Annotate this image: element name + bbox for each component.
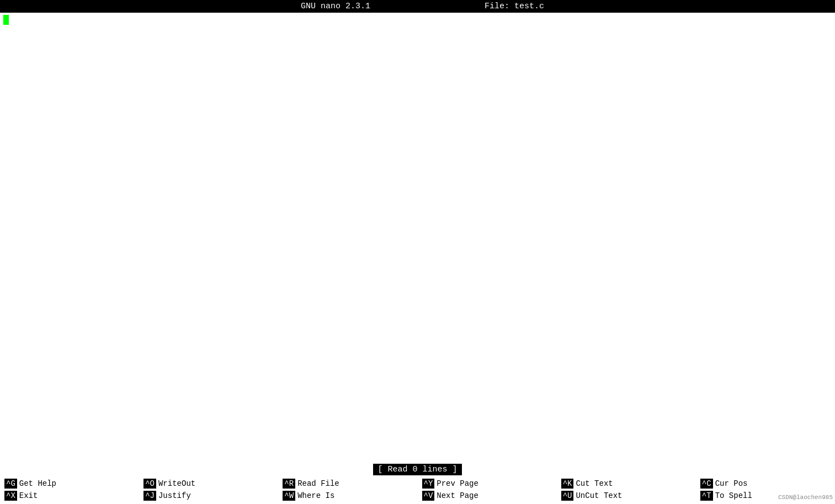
- shortcut-justify[interactable]: ^J Justify: [139, 490, 278, 502]
- shortcut-uncut-text[interactable]: ^U UnCut Text: [557, 490, 696, 502]
- status-message: [ Read 0 lines ]: [373, 464, 461, 475]
- shortcut-cut-text[interactable]: ^K Cut Text: [557, 478, 696, 490]
- shortcut-key-w: ^W: [283, 491, 295, 501]
- shortcut-prev-page[interactable]: ^Y Prev Page: [418, 478, 557, 490]
- shortcut-label-exit: Exit: [19, 491, 38, 500]
- shortcut-key-c: ^C: [700, 479, 713, 489]
- shortcut-key-x: ^X: [4, 491, 17, 501]
- shortcut-read-file[interactable]: ^R Read File: [278, 478, 417, 490]
- shortcut-cur-pos[interactable]: ^C Cur Pos: [696, 478, 835, 490]
- shortcut-exit[interactable]: ^X Exit: [0, 490, 139, 502]
- shortcut-label-cut-text: Cut Text: [576, 479, 613, 488]
- status-bar: [ Read 0 lines ]: [0, 463, 835, 476]
- shortcut-where-is[interactable]: ^W Where Is: [278, 490, 417, 502]
- shortcut-label-next-page: Next Page: [437, 491, 478, 500]
- shortcut-key-t: ^T: [700, 491, 713, 501]
- shortcut-label-uncut-text: UnCut Text: [576, 491, 622, 500]
- shortcut-label-justify: Justify: [158, 491, 191, 500]
- shortcut-to-spell[interactable]: ^T To Spell CSDN@laochen985: [696, 490, 835, 502]
- shortcut-next-page[interactable]: ^V Next Page: [418, 490, 557, 502]
- shortcut-label-read-file: Read File: [297, 479, 339, 488]
- shortcut-key-r: ^R: [283, 479, 295, 489]
- shortcut-label-where-is: Where Is: [297, 491, 334, 500]
- shortcut-key-k: ^K: [561, 479, 574, 489]
- shortcut-key-g: ^G: [4, 479, 17, 489]
- shortcut-key-v: ^V: [422, 491, 435, 501]
- text-cursor: [3, 15, 9, 25]
- shortcut-key-y: ^Y: [422, 479, 435, 489]
- shortcut-key-u: ^U: [561, 491, 574, 501]
- shortcut-key-o: ^O: [143, 479, 156, 489]
- watermark: CSDN@laochen985: [778, 494, 833, 501]
- shortcut-label-cur-pos: Cur Pos: [715, 479, 748, 488]
- shortcut-label-writeout: WriteOut: [158, 479, 195, 488]
- editor-area[interactable]: [0, 13, 835, 463]
- shortcut-writeout[interactable]: ^O WriteOut: [139, 478, 278, 490]
- shortcut-get-help[interactable]: ^G Get Help: [0, 478, 139, 490]
- shortcut-bar: ^G Get Help ^O WriteOut ^R Read File ^Y …: [0, 476, 835, 504]
- shortcut-key-j: ^J: [143, 491, 156, 501]
- shortcut-label-prev-page: Prev Page: [437, 479, 478, 488]
- shortcut-label-to-spell: To Spell: [715, 491, 752, 500]
- title-bar: GNU nano 2.3.1 File: test.c: [0, 0, 835, 13]
- shortcut-label-get-help: Get Help: [19, 479, 56, 488]
